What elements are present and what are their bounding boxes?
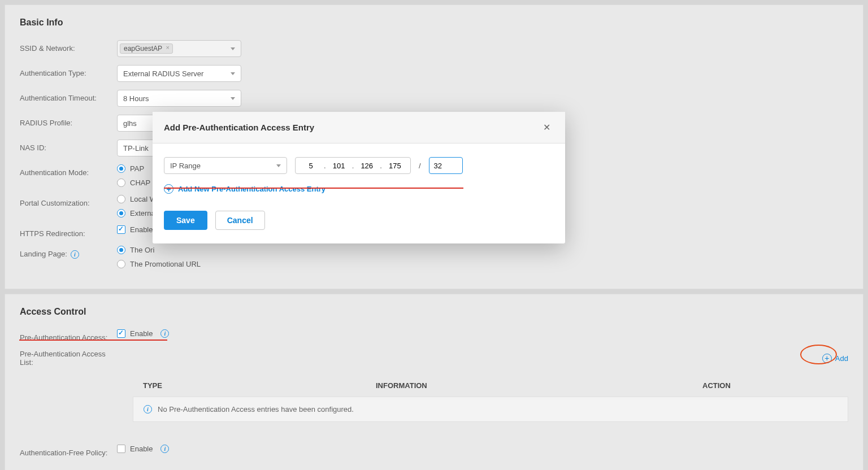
radio-icon: [117, 164, 125, 173]
landing-original-radio[interactable]: The Ori: [117, 246, 201, 254]
info-icon[interactable]: i: [160, 329, 169, 338]
modal-header: Add Pre-Authentication Access Entry ✕: [153, 112, 565, 143]
auth-mode-chap-radio[interactable]: CHAP: [117, 179, 150, 187]
mask-input[interactable]: [429, 157, 463, 174]
ip-octet-1[interactable]: [301, 162, 320, 170]
radio-icon: [117, 260, 125, 268]
radio-icon: [117, 209, 125, 217]
preauth-list-row: Pre-Authentication Access List: + Add: [20, 350, 848, 367]
info-icon[interactable]: i: [160, 445, 169, 453]
ssid-row: SSID & Network: eapGuestAP: [20, 40, 848, 57]
table-empty-row: i No Pre-Authentication Access entries h…: [133, 397, 848, 422]
add-new-entry-label: Add New Pre-Authentication Access Entry: [178, 185, 326, 193]
add-entry-modal: Add Pre-Authentication Access Entry ✕ IP…: [153, 112, 565, 243]
basic-info-title: Basic Info: [20, 18, 848, 28]
info-icon[interactable]: i: [71, 250, 79, 259]
https-redir-label: HTTPS Redirection:: [20, 225, 117, 238]
radio-icon: [117, 246, 125, 254]
https-enable-check[interactable]: Enable: [117, 225, 153, 234]
save-button[interactable]: Save: [164, 211, 207, 230]
landing-page-row: Landing Page:i The Ori The Promotional U…: [20, 246, 848, 268]
nas-id-label: NAS ID:: [20, 140, 117, 152]
th-type: TYPE: [143, 381, 376, 390]
ip-input-group[interactable]: . . .: [295, 157, 411, 174]
plus-circle-icon: +: [822, 354, 832, 363]
plus-circle-icon: +: [164, 184, 173, 194]
checkbox-icon: [117, 225, 125, 234]
info-icon: i: [144, 405, 152, 414]
th-action: ACTION: [702, 381, 838, 390]
ip-octet-2[interactable]: [329, 162, 349, 170]
empty-text: No Pre-Authentication Access entries hav…: [158, 405, 354, 414]
entry-type-select[interactable]: IP Range: [164, 157, 287, 174]
auth-timeout-label: Authentication Timeout:: [20, 90, 117, 102]
auth-type-label: Authentication Type:: [20, 65, 117, 77]
auth-timeout-select[interactable]: 8 Hours: [117, 90, 241, 107]
access-control-panel: Access Control Pre-Authentication Access…: [5, 294, 863, 470]
entry-row: IP Range . . . /: [164, 157, 554, 174]
auth-type-row: Authentication Type: External RADIUS Ser…: [20, 65, 848, 82]
modal-title: Add Pre-Authentication Access Entry: [164, 123, 314, 132]
close-icon[interactable]: ✕: [540, 121, 554, 134]
add-button-label: Add: [835, 354, 848, 363]
auth-mode-pap-radio[interactable]: PAP: [117, 164, 150, 173]
portal-external-radio[interactable]: Externa: [117, 209, 157, 217]
auth-free-check[interactable]: Enablei: [117, 445, 169, 453]
add-button[interactable]: + Add: [822, 354, 848, 363]
preauth-list-label: Pre-Authentication Access List:: [20, 350, 117, 367]
highlight-underline: [19, 340, 167, 341]
radio-icon: [117, 195, 125, 203]
ip-octet-4[interactable]: [385, 162, 405, 170]
highlight-underline: [164, 188, 463, 189]
th-info: INFORMATION: [376, 381, 702, 390]
preauth-enable-check[interactable]: Enablei: [117, 329, 169, 338]
cancel-button[interactable]: Cancel: [215, 211, 265, 230]
landing-page-label: Landing Page:i: [20, 246, 117, 259]
auth-type-select[interactable]: External RADIUS Server: [117, 65, 241, 82]
landing-promo-radio[interactable]: The Promotional URL: [117, 260, 201, 268]
preauth-table: TYPE INFORMATION ACTION i No Pre-Authent…: [133, 375, 848, 422]
slash-separator: /: [419, 162, 421, 170]
radio-icon: [117, 179, 125, 187]
auth-free-label: Authentication-Free Policy:: [20, 445, 117, 457]
add-new-entry-link[interactable]: + Add New Pre-Authentication Access Entr…: [164, 184, 554, 194]
auth-timeout-row: Authentication Timeout: 8 Hours: [20, 90, 848, 107]
modal-footer: Save Cancel: [153, 211, 565, 243]
access-control-title: Access Control: [20, 307, 848, 317]
ssid-tag[interactable]: eapGuestAP: [120, 43, 173, 54]
portal-local-radio[interactable]: Local W: [117, 195, 157, 203]
auth-mode-label: Authentication Mode:: [20, 164, 117, 177]
checkbox-icon: [117, 329, 125, 338]
radius-profile-label: RADIUS Profile:: [20, 115, 117, 127]
portal-custom-label: Portal Customization:: [20, 195, 117, 207]
table-header: TYPE INFORMATION ACTION: [133, 375, 848, 397]
modal-body: IP Range . . . / + Add New Pre-Authentic…: [153, 143, 565, 211]
ssid-label: SSID & Network:: [20, 40, 117, 53]
ip-octet-3[interactable]: [357, 162, 376, 170]
ssid-select[interactable]: eapGuestAP: [117, 40, 241, 57]
auth-free-row: Authentication-Free Policy: Enablei: [20, 445, 848, 457]
checkbox-icon: [117, 445, 125, 453]
